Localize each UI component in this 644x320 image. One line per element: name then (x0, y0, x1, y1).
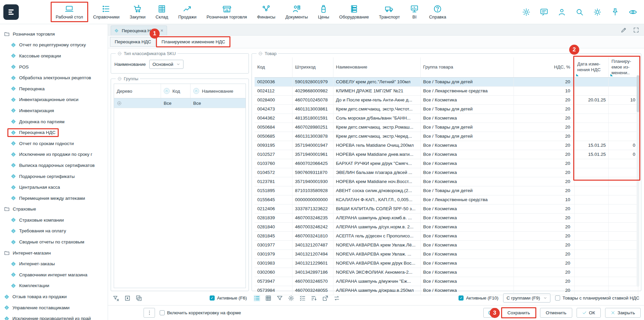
active-f10-checkbox[interactable]: Активные (F10) (459, 295, 498, 301)
view-list-icon[interactable] (254, 295, 260, 302)
swap-icon[interactable] (333, 295, 340, 302)
sidebar-item[interactable]: Отчет по срокам годности (0, 138, 108, 149)
nav-item-transport[interactable]: Транспорт (375, 3, 404, 21)
table-row[interactable]: 00424734601313003861Крем детс.смягчающ. … (255, 104, 638, 113)
nav-item-laptop[interactable]: Рабочий стол (52, 3, 87, 21)
app-logo[interactable] (3, 4, 19, 20)
expand-node-icon[interactable] (117, 101, 122, 106)
table-row[interactable]: 00284004607010245078До и После крем-гель… (255, 95, 638, 104)
table-row[interactable]: 03019793401321207494NOREVA АКВАРЕВА крем… (255, 249, 638, 259)
sort-button[interactable] (164, 88, 170, 94)
nav-item-documents[interactable]: Документы (281, 3, 312, 21)
table-row[interactable]: 01556450000000000000КСАЛАТАН Ф-КАП., КАП… (255, 195, 638, 204)
table-row[interactable]: 01025273571940001961НОРЕВА крем Matidian… (255, 150, 638, 159)
settings-icon[interactable] (522, 8, 531, 16)
table-row[interactable]: 03019833401321229601NOREVA АКВАРЕВА крем… (255, 259, 638, 268)
sidebar-item[interactable]: Страховые (0, 204, 108, 215)
active-f6-checkbox[interactable]: Активные (F6) (210, 295, 247, 301)
planned-vat-checkbox[interactable]: Товары с планируемой ставкой НДС (555, 295, 639, 301)
sidebar-item[interactable]: Комплектации (0, 280, 108, 291)
sidebar-item[interactable]: Выписка подарочных сертификатов (0, 160, 108, 171)
collapse-icon[interactable] (117, 51, 122, 56)
table-row[interactable]: 00241124029668000982КЛИМЕН ДРАЖЕ 1МГ/2МГ… (255, 86, 638, 95)
export-icon[interactable] (322, 295, 329, 302)
nav-item-bi[interactable]: BI (406, 3, 423, 21)
sidebar-item[interactable]: Центральная касса (0, 182, 108, 193)
nav-item-prices[interactable]: Цены (314, 3, 333, 21)
column-header[interactable]: Планиру- емое из- менени.. (609, 57, 638, 77)
sidebar-item[interactable]: Обработка электронных рецептов (0, 72, 108, 83)
correction-checkbox[interactable]: Включить корректировку на форме (160, 310, 241, 315)
groups-row[interactable]: Все Все (114, 98, 246, 108)
sidebar-item[interactable]: Розничная торговля (0, 29, 108, 40)
groups-column-tree[interactable]: Дерево (114, 84, 161, 98)
nav-item-warehouse[interactable]: Склад (152, 3, 172, 21)
table-row[interactable]: 03020603401342897186NOREVA ЭКСФОЛИАК Акн… (255, 268, 638, 277)
sidebar-item[interactable]: Дооценка по партиям (0, 116, 108, 127)
sidebar-item[interactable]: Отзыв товара из продажи (0, 291, 108, 302)
table-row[interactable]: 01518958710103580928АВЕНТ соска силик.д/… (255, 186, 638, 195)
table-row[interactable]: 00931953571940001947НОРЕВА гель Matidian… (255, 141, 638, 150)
user-icon[interactable] (557, 8, 566, 16)
close-button[interactable]: Закрыть (605, 308, 641, 318)
table-row[interactable]: 03019773401321207487NOREVA АКВАРЕВА крем… (255, 240, 638, 249)
sidebar-item[interactable]: Исключение из продажи по сроку г (0, 149, 108, 160)
sidebar-item[interactable]: Справочники интернет магазина (0, 269, 108, 280)
copy-icon[interactable] (136, 295, 142, 302)
search-icon[interactable] (575, 8, 584, 16)
cancel-button[interactable]: Отменить (540, 308, 572, 318)
column-header[interactable]: Штрихкод (292, 57, 333, 77)
pin-icon[interactable] (611, 8, 620, 16)
tab-pereocenka-nds[interactable]: Переоценка НДС (110, 37, 156, 47)
checklist-icon[interactable] (299, 295, 306, 302)
table-row[interactable]: 01045725907609311870ЭВЕЛИН бальзам п/заг… (255, 168, 638, 177)
sun-icon[interactable] (593, 8, 602, 16)
table-row[interactable]: 00506844607028980251Крем детс.смягчающ. … (255, 123, 638, 132)
sidebar-item[interactable]: Переоценка НДС (0, 127, 108, 138)
eye-icon[interactable] (629, 8, 637, 16)
sidebar-item[interactable]: Управление поставщиками (0, 302, 108, 313)
vertical-scrollbar[interactable] (637, 75, 639, 287)
nav-item-retail[interactable]: Розничная торговля (203, 3, 251, 21)
table-row[interactable]: 00506854601313003878Крем детс.смягчающ. … (255, 132, 638, 141)
sidebar-item[interactable]: Отчет по рецептурному отпуску (0, 40, 108, 51)
scrollbar-thumb[interactable] (637, 75, 639, 112)
table-row[interactable]: 02124063337871323622ВИШИ КАПИТАЛЬ СОЛЕЙ … (255, 204, 638, 213)
column-header[interactable]: НДС, % (514, 57, 575, 77)
nav-item-list[interactable]: Справочники (89, 3, 124, 21)
column-header[interactable]: Дата изме- нения НДС (575, 57, 609, 77)
table-row[interactable]: 01037604600702066425БАРХАТ РУЧКИ крем д/… (255, 159, 638, 168)
sidebar-item[interactable]: Подарочные сертификаты (0, 171, 108, 182)
table-row[interactable]: 05739844607003248055АЛЕРАНА шампунь д/ок… (255, 286, 638, 295)
sidebar-item[interactable]: Страховые компании (0, 215, 108, 226)
sidebar-item[interactable]: Исключение производителей из прай (0, 313, 108, 320)
sidebar-item[interactable]: Требования на оплату (0, 226, 108, 237)
filter-icon[interactable] (276, 295, 283, 302)
collapse-icon[interactable] (258, 51, 263, 56)
more-menu-button[interactable] (144, 308, 155, 318)
column-header[interactable]: Наименование (333, 57, 420, 77)
sidebar-item[interactable]: Интернет-заказы (0, 258, 108, 269)
sidebar-item[interactable]: Инвентаризационные описи (0, 94, 108, 105)
nav-item-equipment[interactable]: Оборудование (335, 3, 373, 21)
table-row[interactable]: 05739474607003246570АЛЕРАНА шампунь д/му… (255, 277, 638, 286)
groups-column-name[interactable]: Наименование (191, 84, 246, 98)
ok-button[interactable]: ОК (577, 308, 601, 318)
table-row[interactable]: 00200365901928001979СОВЕЛУ крем детс."Ле… (255, 77, 638, 86)
sidebar-item[interactable]: Кассовые операции (0, 50, 108, 61)
table-row[interactable]: 02818454607003241810АСЕПТА гель д/десен … (255, 231, 638, 240)
table-row[interactable]: 00443624813518001591Соль морская д/бань/… (255, 113, 638, 123)
nav-item-cart[interactable]: Закупки (125, 3, 149, 21)
sidebar-item[interactable]: Сводные отчеты по страховым (0, 236, 108, 247)
sidebar-item[interactable]: Перемещения между аптеками (0, 193, 108, 204)
edit-icon[interactable] (621, 27, 627, 33)
view-grid-icon[interactable] (265, 295, 272, 302)
nav-item-finance[interactable]: Финансы (253, 3, 279, 21)
sort-lines-icon[interactable] (311, 295, 317, 302)
save-button[interactable]: Сохранить (502, 308, 536, 318)
column-header[interactable]: Код (255, 57, 292, 77)
table-settings-icon[interactable] (288, 295, 294, 302)
tab-planiruemoe-izmenenie-nds[interactable]: Планируемое изменение НДС (157, 37, 230, 47)
select-node-icon[interactable] (124, 295, 131, 302)
column-header[interactable]: Группа товара (420, 57, 514, 77)
